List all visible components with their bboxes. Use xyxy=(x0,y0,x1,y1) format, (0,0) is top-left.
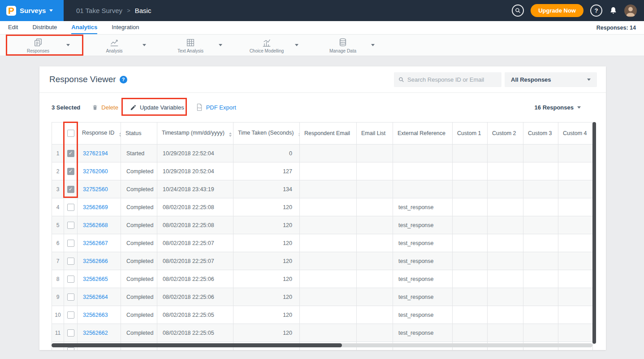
row-checkbox-cell xyxy=(64,162,78,180)
tab-distribute[interactable]: Distribute xyxy=(32,21,57,34)
respondent-email-cell xyxy=(300,180,357,198)
toolbar-item-analysis[interactable]: Analysis xyxy=(76,35,152,56)
table-row: 4 32562669 Completed 08/02/2018 22:25:08… xyxy=(52,198,593,216)
custom-4-cell xyxy=(558,162,593,180)
sort-icon[interactable] xyxy=(119,132,121,137)
time-taken-cell: 120 xyxy=(233,288,300,306)
custom-3-cell xyxy=(523,216,558,234)
custom-4-cell xyxy=(558,252,593,270)
breadcrumb-survey-name[interactable]: 01 Take Survey xyxy=(76,7,122,14)
svg-text:PDF: PDF xyxy=(198,107,202,109)
response-id-link[interactable]: 32562669 xyxy=(83,204,108,210)
horizontal-scrollbar-thumb[interactable] xyxy=(52,343,342,347)
row-number: 11 xyxy=(52,324,64,342)
toolbar-label-choice-modelling: Choice Modelling xyxy=(250,48,284,53)
chevron-down-icon[interactable] xyxy=(143,44,146,46)
response-id-link[interactable]: 32562668 xyxy=(83,222,108,228)
chevron-down-icon xyxy=(49,9,53,12)
select-all-checkbox[interactable] xyxy=(67,130,74,137)
external-reference-cell: test_response xyxy=(393,324,453,342)
row-checkbox[interactable] xyxy=(67,329,74,337)
horizontal-scrollbar-track[interactable] xyxy=(52,343,592,347)
search-input[interactable] xyxy=(407,76,497,83)
row-checkbox[interactable] xyxy=(67,150,74,157)
response-viewer-card: Response Viewer ? All Responses 3 Select… xyxy=(39,66,606,350)
table-header: Response ID Status Timestamp (mm/dd/yyyy… xyxy=(52,123,593,144)
row-checkbox[interactable] xyxy=(67,186,74,193)
time-taken-cell: 120 xyxy=(233,198,300,216)
database-icon xyxy=(338,38,348,48)
external-reference-cell: test_response xyxy=(393,270,453,288)
chevron-down-icon[interactable] xyxy=(219,44,222,46)
response-id-link[interactable]: 32562662 xyxy=(83,330,108,336)
breadcrumb: 01 Take Survey > Basic xyxy=(76,7,151,14)
tab-integration[interactable]: Integration xyxy=(112,21,139,34)
row-checkbox[interactable] xyxy=(67,293,74,301)
response-id-link[interactable]: 32562666 xyxy=(83,258,108,264)
response-id-link[interactable]: 32562663 xyxy=(83,312,108,318)
row-checkbox-cell xyxy=(64,288,78,306)
sort-icon[interactable] xyxy=(229,132,232,137)
response-id-link[interactable]: 32562664 xyxy=(83,294,108,300)
col-custom-2: Custom 2 xyxy=(488,123,523,144)
toolbar-item-text-analysis[interactable]: Text Analysis xyxy=(152,35,229,56)
response-id-cell: 32762060 xyxy=(78,162,121,180)
chevron-down-icon[interactable] xyxy=(371,44,375,46)
tab-edit[interactable]: Edit xyxy=(8,21,18,34)
delete-button[interactable]: Delete xyxy=(92,104,118,111)
row-number: 2 xyxy=(52,162,64,180)
col-email-list: Email List xyxy=(357,123,393,144)
custom-1-cell xyxy=(453,270,488,288)
row-checkbox[interactable] xyxy=(67,222,74,229)
email-list-cell xyxy=(357,288,393,306)
custom-3-cell xyxy=(523,270,558,288)
trash-icon xyxy=(92,104,98,111)
row-checkbox[interactable] xyxy=(67,311,74,319)
row-checkbox-cell xyxy=(64,252,78,270)
row-checkbox[interactable] xyxy=(67,240,74,247)
search-icon[interactable] xyxy=(512,4,524,17)
custom-4-cell xyxy=(558,180,593,198)
response-id-link[interactable]: 32562667 xyxy=(83,240,108,246)
breadcrumb-separator: > xyxy=(127,7,130,14)
respondent-email-cell xyxy=(300,252,357,270)
status-cell: Completed xyxy=(121,288,157,306)
tab-analytics[interactable]: Analytics xyxy=(71,21,97,34)
row-checkbox[interactable] xyxy=(67,168,74,175)
toolbar-item-responses[interactable]: Responses xyxy=(0,35,76,56)
row-checkbox[interactable] xyxy=(67,276,74,283)
avatar[interactable] xyxy=(624,4,637,17)
chevron-down-icon[interactable] xyxy=(66,44,70,46)
surveys-menu[interactable]: P Surveys xyxy=(0,0,64,21)
col-response-id[interactable]: Response ID xyxy=(78,123,121,144)
update-variables-button[interactable]: Update Variables xyxy=(130,104,184,111)
row-checkbox[interactable] xyxy=(67,204,74,211)
col-time-taken[interactable]: Time Taken (Seconds) xyxy=(233,123,300,144)
help-icon[interactable]: ? xyxy=(590,4,602,17)
timestamp-cell: 08/02/2018 22:25:06 xyxy=(157,288,233,306)
bell-icon[interactable] xyxy=(609,6,618,15)
toolbar-item-choice-modelling[interactable]: Choice Modelling xyxy=(229,35,305,56)
vertical-scrollbar[interactable] xyxy=(592,122,596,344)
response-id-link[interactable]: 32752560 xyxy=(83,186,108,193)
response-id-link[interactable]: 32762194 xyxy=(83,150,108,157)
row-checkbox-cell xyxy=(64,324,78,342)
pdf-export-button[interactable]: PDF PDF Export xyxy=(196,103,236,111)
custom-1-cell xyxy=(453,306,488,324)
responses-page-dropdown[interactable]: 16 Responses xyxy=(535,104,581,111)
response-id-link[interactable]: 32562665 xyxy=(83,276,108,282)
response-id-cell: 32562663 xyxy=(78,306,121,324)
col-respondent-email: Respondent Email xyxy=(300,123,357,144)
col-timestamp[interactable]: Timestamp (mm/dd/yyyy) xyxy=(157,123,233,144)
row-checkbox[interactable] xyxy=(67,347,74,350)
toolbar-item-manage-data[interactable]: Manage Data xyxy=(305,35,381,56)
app: P Surveys 01 Take Survey > Basic Upgrade… xyxy=(0,0,644,359)
section-nav: Edit Distribute Analytics Integration Re… xyxy=(0,21,644,35)
row-checkbox[interactable] xyxy=(67,258,74,265)
chevron-down-icon[interactable] xyxy=(295,44,298,46)
row-checkbox-cell xyxy=(64,216,78,234)
response-id-link[interactable]: 32762060 xyxy=(83,168,108,175)
upgrade-button[interactable]: Upgrade Now xyxy=(531,4,583,17)
response-filter-dropdown[interactable]: All Responses xyxy=(505,72,597,87)
help-badge-icon[interactable]: ? xyxy=(120,76,127,83)
